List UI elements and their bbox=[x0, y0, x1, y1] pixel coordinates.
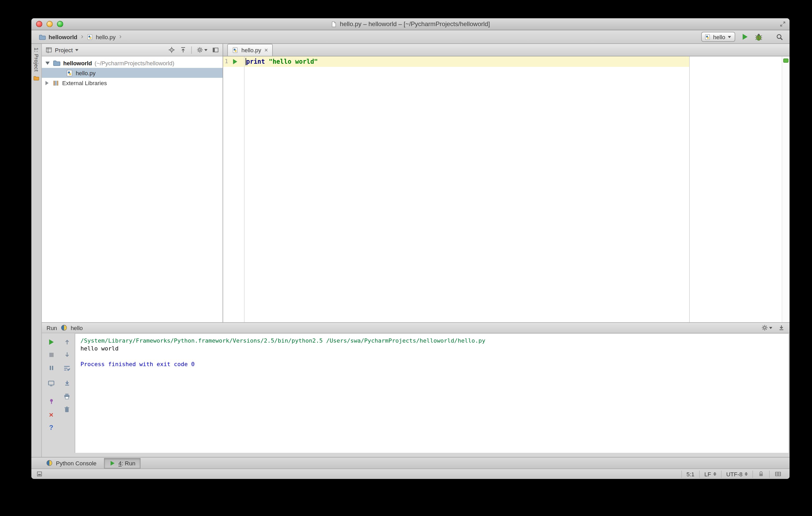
line-separator-widget[interactable]: LF bbox=[699, 470, 721, 478]
breadcrumb-label: helloworld bbox=[49, 34, 77, 40]
code-editor[interactable]: 1 print "hello world" bbox=[223, 56, 789, 322]
code-line: print "hello world" bbox=[246, 56, 318, 67]
document-proxy-icon[interactable] bbox=[331, 21, 337, 27]
python-icon bbox=[46, 460, 53, 466]
attach-debugger-button[interactable] bbox=[47, 397, 55, 405]
dock-panel-icon[interactable] bbox=[778, 324, 785, 331]
rerun-button[interactable] bbox=[47, 338, 55, 346]
screen-widget[interactable] bbox=[769, 470, 786, 478]
pycharm-window: hello.py – helloworld – [~/PycharmProjec… bbox=[31, 18, 789, 479]
file-encoding: UTF-8 bbox=[726, 471, 743, 477]
disclosure-open-icon[interactable] bbox=[46, 61, 50, 64]
project-toolwindow: Project bbox=[42, 44, 223, 322]
hide-panel-icon[interactable] bbox=[212, 47, 219, 53]
project-header-icons bbox=[168, 46, 219, 54]
run-configuration-select[interactable]: hello bbox=[701, 32, 735, 42]
toolwindow-stripe-left: 1: Project bbox=[31, 44, 42, 457]
gear-icon bbox=[197, 47, 203, 53]
scroll-to-end-button[interactable] bbox=[63, 379, 71, 387]
project-tool-icon[interactable] bbox=[33, 75, 40, 82]
folder-icon bbox=[39, 33, 46, 40]
run-toolbar: × ? bbox=[42, 333, 75, 457]
top-row: Project bbox=[42, 44, 789, 322]
prev-occurrence-button[interactable] bbox=[63, 338, 71, 346]
breadcrumb: helloworld › hello.py › bbox=[39, 33, 701, 41]
close-icon: × bbox=[49, 411, 53, 418]
disclosure-closed-icon[interactable] bbox=[46, 81, 49, 85]
fullscreen-icon[interactable] bbox=[780, 21, 786, 27]
breadcrumb-item-hello-py[interactable]: hello.py bbox=[87, 34, 116, 40]
titlebar[interactable]: hello.py – helloworld – [~/PycharmProjec… bbox=[31, 18, 789, 30]
tree-item-name: helloworld bbox=[63, 60, 92, 66]
breadcrumb-item-helloworld[interactable]: helloworld bbox=[39, 33, 77, 40]
run-config-name: hello bbox=[70, 325, 83, 331]
caret-position: 5:1 bbox=[686, 471, 694, 477]
chevron-down-icon bbox=[728, 36, 731, 38]
close-window-button[interactable] bbox=[36, 21, 42, 27]
divider bbox=[191, 46, 192, 54]
soft-wrap-button[interactable] bbox=[63, 364, 71, 372]
run-icon bbox=[109, 460, 115, 466]
window-title: hello.py – helloworld – [~/PycharmProjec… bbox=[340, 20, 490, 28]
right-margin-line bbox=[689, 56, 690, 322]
collapse-all-icon[interactable] bbox=[180, 47, 186, 53]
inspection-ok-indicator[interactable] bbox=[783, 59, 788, 63]
chevron-up-down-icon bbox=[713, 472, 716, 476]
clear-all-button[interactable] bbox=[63, 405, 71, 413]
chevron-down-icon bbox=[204, 49, 207, 51]
error-stripe[interactable] bbox=[782, 56, 789, 322]
close-icon[interactable]: × bbox=[264, 47, 268, 53]
chevron-right-icon: › bbox=[81, 33, 83, 41]
editor-tabbar: hello.py × bbox=[223, 44, 789, 56]
python-console-toolwindow-button[interactable]: Python Console bbox=[46, 460, 96, 466]
help-button[interactable]: ? bbox=[47, 424, 55, 431]
run-settings-button[interactable] bbox=[761, 324, 772, 331]
run-button[interactable] bbox=[741, 33, 749, 41]
tree-item-path: (~/PycharmProjects/helloworld) bbox=[94, 60, 174, 66]
close-button[interactable]: × bbox=[47, 411, 55, 418]
tree-item-name: External Libraries bbox=[62, 80, 107, 86]
run-toolbar-column-1: × ? bbox=[46, 338, 56, 457]
tree-row-hello-py[interactable]: hello.py bbox=[42, 68, 223, 78]
project-toolwindow-button[interactable]: 1: Project bbox=[33, 48, 39, 72]
run-header-icons bbox=[761, 324, 785, 331]
library-icon bbox=[52, 79, 60, 86]
chevron-right-icon: › bbox=[119, 33, 122, 41]
editor-tab-hello-py[interactable]: hello.py × bbox=[227, 44, 273, 56]
stop-button[interactable] bbox=[47, 351, 55, 359]
navigation-bar: helloworld › hello.py › hello bbox=[31, 30, 789, 44]
gear-icon bbox=[761, 324, 768, 331]
chevron-down-icon bbox=[769, 327, 772, 329]
tree-row-external-libraries[interactable]: External Libraries bbox=[42, 78, 223, 88]
caret-position-widget[interactable]: 5:1 bbox=[681, 470, 699, 478]
screens-icon bbox=[774, 470, 782, 478]
status-widgets: 5:1 LF UTF-8 bbox=[681, 469, 786, 479]
search-icon[interactable] bbox=[776, 33, 783, 40]
print-button[interactable] bbox=[63, 392, 71, 400]
scroll-from-source-icon[interactable] bbox=[168, 47, 175, 53]
python-file-icon bbox=[87, 34, 93, 40]
run-toolbar-column-2 bbox=[62, 338, 72, 457]
debug-button[interactable] bbox=[755, 33, 763, 41]
toggle-toolwindows-icon[interactable] bbox=[36, 471, 43, 477]
run-toolwindow-label: 4: Run bbox=[118, 460, 135, 466]
pause-output-button[interactable] bbox=[47, 364, 55, 372]
run-console-output[interactable]: /System/Library/Frameworks/Python.framew… bbox=[75, 333, 788, 453]
python-icon bbox=[61, 324, 67, 331]
readonly-widget[interactable] bbox=[752, 470, 769, 478]
show-console-button[interactable] bbox=[47, 379, 55, 387]
project-settings-button[interactable] bbox=[197, 47, 207, 53]
run-config-tab[interactable]: hello bbox=[61, 324, 83, 331]
tree-row-helloworld[interactable]: helloworld (~/PycharmProjects/helloworld… bbox=[42, 58, 223, 68]
content-column: Project bbox=[42, 44, 789, 457]
project-view-label: Project bbox=[55, 47, 73, 53]
project-view-selector[interactable]: Project bbox=[46, 47, 168, 53]
encoding-widget[interactable]: UTF-8 bbox=[721, 470, 752, 478]
run-gutter-icon[interactable] bbox=[233, 59, 237, 64]
run-toolwindow-header[interactable]: Run hello bbox=[42, 322, 789, 333]
next-occurrence-button[interactable] bbox=[63, 351, 71, 359]
run-controls: hello bbox=[701, 32, 784, 42]
minimize-window-button[interactable] bbox=[47, 21, 53, 27]
zoom-window-button[interactable] bbox=[57, 21, 63, 27]
run-toolwindow-button[interactable]: 4: Run bbox=[104, 458, 141, 468]
